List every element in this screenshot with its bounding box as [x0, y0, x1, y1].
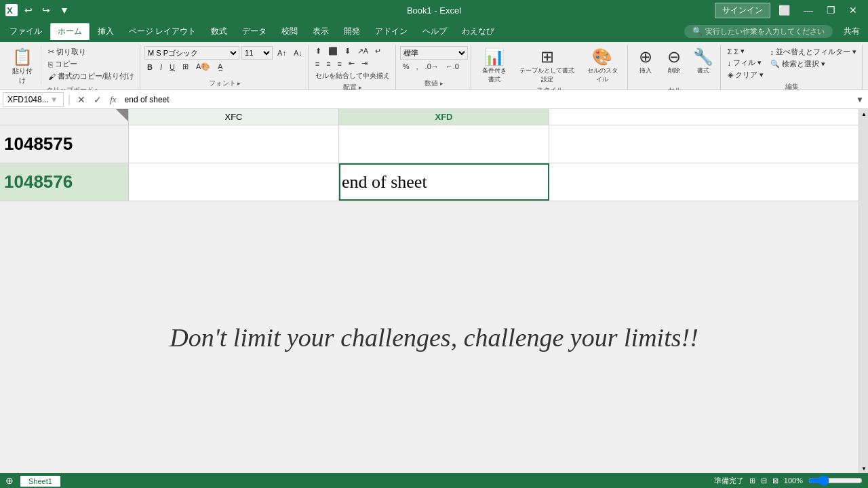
decrease-decimal-button[interactable]: ←.0: [443, 62, 462, 71]
cut-button[interactable]: ✂ 切り取り: [45, 46, 137, 58]
row-num-1048576[interactable]: 1048576: [0, 163, 129, 201]
share-button[interactable]: 共有: [838, 24, 865, 39]
menu-developer[interactable]: 開発: [337, 23, 367, 40]
conditional-format-button[interactable]: 📊 条件付き書式: [475, 46, 514, 84]
col-header-xfc[interactable]: XFC: [129, 109, 339, 125]
close-button[interactable]: ✕: [844, 3, 863, 17]
font-size-select[interactable]: 11: [241, 46, 273, 60]
cell-buttons: ⊕ 挿入 ⊖ 削除 🔧 書式: [632, 46, 717, 84]
select-all-corner[interactable]: [0, 109, 129, 125]
menu-data[interactable]: データ: [235, 23, 273, 40]
format-painter-button[interactable]: 🖌 書式のコピー/貼り付け: [45, 70, 137, 82]
fill-button[interactable]: ↓ フィル ▾: [725, 57, 766, 68]
font-color-button[interactable]: A̲: [215, 62, 226, 72]
scroll-down-arrow[interactable]: ▼: [859, 464, 868, 473]
ribbon-group-cells: ⊕ 挿入 ⊖ 削除 🔧 書式 セル: [629, 45, 721, 89]
ribbon-group-alignment: ⬆ ⬛ ⬇ ↗A ↵ ≡ ≡ ≡ ⇤ ⇥ セル: [310, 45, 396, 89]
border-button[interactable]: ⊞: [180, 62, 191, 72]
menu-help[interactable]: ヘルプ: [416, 23, 454, 40]
menu-file[interactable]: ファイル: [3, 23, 49, 40]
decrease-font-button[interactable]: A↓: [291, 48, 305, 58]
menu-view[interactable]: 表示: [306, 23, 336, 40]
merge-center-button[interactable]: セルを結合して中央揃え: [313, 70, 393, 81]
decrease-indent-button[interactable]: ⇤: [346, 58, 357, 68]
ribbon-group-styles: 📊 条件付き書式 ⊞ テーブルとして書式設定 🎨 セルのスタイル スタイル: [473, 45, 628, 89]
cell-reference-box[interactable]: XFD1048... ▼: [3, 92, 64, 107]
undo-button[interactable]: ↩: [22, 3, 35, 17]
cell-styles-button[interactable]: 🎨 セルのスタイル: [580, 46, 624, 84]
edit-buttons: Σ Σ ▾ ↓ フィル ▾ ◈ クリア ▾ ↕ 並べ替えとフィルター ▾ 🔍 検…: [725, 46, 860, 81]
cell-xfc-1048575[interactable]: [129, 125, 339, 163]
minimize-button[interactable]: —: [798, 3, 818, 17]
vertical-scrollbar[interactable]: ▲ ▼: [859, 109, 868, 473]
menu-addin[interactable]: アドイン: [368, 23, 414, 40]
format-as-table-button[interactable]: ⊞ テーブルとして書式設定: [515, 46, 579, 84]
comma-button[interactable]: ,: [414, 62, 421, 71]
col-header-xfd[interactable]: XFD: [339, 109, 549, 125]
view-layout[interactable]: ⊟: [761, 476, 767, 485]
delete-button[interactable]: ⊖ 削除: [660, 46, 688, 84]
sheet-tab-label: Sheet1: [28, 477, 52, 485]
menu-formulas[interactable]: 数式: [204, 23, 234, 40]
paste-button[interactable]: 📋 貼り付け: [8, 46, 37, 84]
ribbon-toggle-button[interactable]: ⬜: [773, 3, 795, 17]
sheet-tab-1[interactable]: Sheet1: [20, 474, 60, 487]
align-top-button[interactable]: ⬆: [313, 46, 324, 56]
cell-ref-dropdown[interactable]: ▼: [50, 95, 58, 104]
align-left-button[interactable]: ≡: [313, 59, 322, 68]
table-row: 1048576 end of sheet: [0, 163, 868, 201]
zoom-slider[interactable]: [808, 475, 863, 486]
increase-font-button[interactable]: A↑: [275, 48, 289, 58]
add-sheet-button[interactable]: ⊕: [5, 475, 14, 486]
underline-button[interactable]: U: [167, 62, 178, 72]
formula-cancel-button[interactable]: ✕: [75, 94, 88, 105]
signin-button[interactable]: サインイン: [715, 3, 770, 18]
view-page-break[interactable]: ⊠: [772, 476, 778, 485]
font-name-select[interactable]: M S Pゴシック: [144, 46, 239, 60]
redo-button[interactable]: ↪: [39, 3, 53, 17]
sort-filter-button[interactable]: ↕ 並べ替えとフィルター ▾: [768, 46, 860, 58]
menu-page-layout[interactable]: ページ レイアウト: [122, 23, 203, 40]
menu-insert[interactable]: 挿入: [91, 23, 121, 40]
align-middle-button[interactable]: ⬛: [326, 46, 340, 56]
menu-review[interactable]: 校閲: [275, 23, 304, 40]
align-right-button[interactable]: ≡: [335, 59, 344, 68]
format-button[interactable]: 🔧 書式: [689, 46, 717, 84]
bold-button[interactable]: B: [144, 62, 155, 72]
copy-button[interactable]: ⎘ コピー: [45, 58, 137, 70]
view-normal[interactable]: ⊞: [749, 476, 755, 485]
cell-xfc-1048576[interactable]: [129, 163, 339, 201]
font-controls: M S Pゴシック 11 A↑ A↓ B I U ⊞: [144, 46, 305, 77]
find-select-button[interactable]: 🔍 検索と選択 ▾: [768, 58, 860, 70]
quick-access-button[interactable]: ▼: [57, 3, 72, 17]
cell-xfd-1048576[interactable]: end of sheet: [339, 163, 549, 201]
scroll-thumb[interactable]: [859, 119, 868, 464]
formula-confirm-button[interactable]: ✓: [91, 94, 104, 105]
formula-input[interactable]: [122, 92, 852, 107]
formula-divider: |: [68, 94, 71, 106]
paste-label: 貼り付け: [12, 66, 33, 85]
align-center-button[interactable]: ≡: [323, 59, 333, 68]
wrap-text-button[interactable]: ↵: [372, 46, 384, 56]
sum-button[interactable]: Σ Σ ▾: [725, 46, 766, 56]
menu-home[interactable]: ホーム: [50, 23, 90, 40]
clear-button[interactable]: ◈ クリア ▾: [725, 69, 766, 81]
style-buttons: 📊 条件付き書式 ⊞ テーブルとして書式設定 🎨 セルのスタイル: [475, 46, 625, 84]
align-bottom-button[interactable]: ⬇: [342, 46, 353, 56]
insert-button[interactable]: ⊕ 挿入: [632, 46, 659, 84]
percent-button[interactable]: %: [400, 62, 412, 71]
fill-color-button[interactable]: A🎨: [193, 62, 213, 72]
italic-button[interactable]: I: [157, 62, 165, 72]
formula-dropdown-button[interactable]: ▼: [854, 95, 865, 104]
orientation-button[interactable]: ↗A: [355, 46, 371, 56]
increase-indent-button[interactable]: ⇥: [359, 58, 370, 68]
row-num-1048575[interactable]: 1048575: [0, 125, 129, 163]
menu-waenabi[interactable]: わえなび: [455, 23, 501, 40]
ribbon-search[interactable]: 実行したい作業を入力してください: [705, 26, 825, 37]
paste-icon: 📋: [12, 47, 33, 66]
restore-button[interactable]: ❐: [821, 3, 841, 17]
number-format-select[interactable]: 標準: [400, 46, 468, 60]
scroll-up-arrow[interactable]: ▲: [859, 109, 868, 119]
increase-decimal-button[interactable]: .0→: [422, 62, 441, 71]
cell-xfd-1048575[interactable]: [339, 125, 549, 163]
